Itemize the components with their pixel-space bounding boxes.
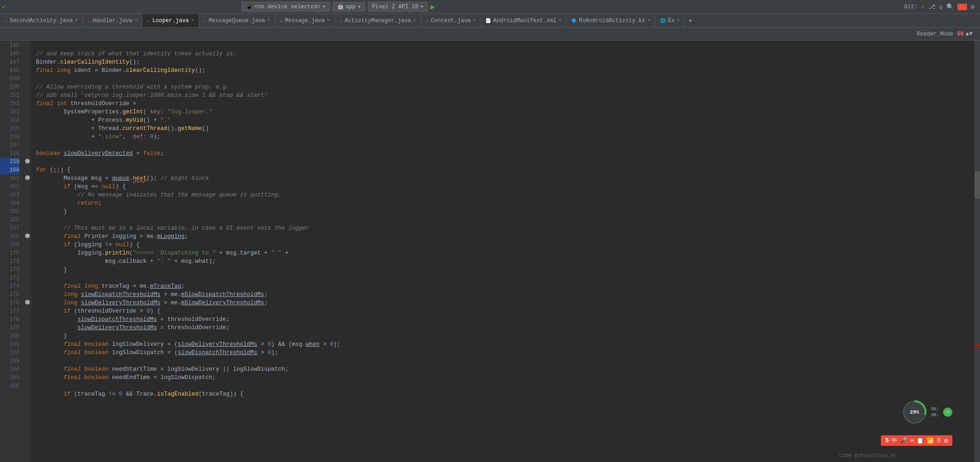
tab-label-looper: Looper.java (152, 18, 189, 24)
pixel-selector[interactable]: Pixel 2 API 28 ▾ (368, 2, 428, 12)
tab-label-second-activity: SecondActivity.java (10, 18, 73, 24)
run-button[interactable]: ▶ (431, 2, 435, 12)
tab-label-context: Context.java (431, 18, 471, 24)
tab-label-activity-manager: ActivityManager.java (345, 18, 411, 24)
tab-label-handler: Handler.java (93, 18, 132, 24)
tab-close-message[interactable]: × (327, 18, 330, 23)
top-right-toolbar: Git: ✓ ⎇ ↻ 🔍 ↑↓ ⚙ (904, 3, 978, 11)
tab-icon-looper: ☕ (147, 18, 150, 24)
ime-keyboard-icon[interactable]: ⌨ (910, 437, 914, 444)
tab-label-android-manifest: AndroidManifest.xml (493, 18, 556, 24)
ime-lang-icon: 中 (891, 437, 897, 444)
device-selector-icon: 📱 (246, 3, 253, 10)
ime-dots-icon[interactable]: ⠿ (937, 437, 941, 444)
csdn-watermark: CSDN @zhouzhihao_07 (839, 453, 897, 458)
tab-icon-message-queue: ☕ (204, 18, 207, 24)
tab-icon-android-manifest: 📄 (485, 18, 491, 24)
error-marker-bar (974, 344, 980, 346)
check-icon: ✓ (2, 3, 6, 11)
tab-icon-ex: 🌐 (660, 18, 666, 24)
tab-icon-message: ☕ (280, 18, 283, 24)
network-stats-overlay: 29% 0K↑ 0K↓ ⚡ (902, 399, 952, 425)
pixel-chevron: ▾ (420, 3, 423, 10)
tab-close-android-manifest[interactable]: × (559, 18, 561, 23)
toolbar-center: 📱 <no device selected> ▾ 🤖 app ▾ Pixel 2… (242, 2, 435, 12)
reader-mode-down-arrow[interactable]: ▼ (969, 30, 973, 37)
app-selector-label: app (346, 4, 356, 10)
network-ok-icon: ⚡ (946, 409, 949, 416)
tab-ex[interactable]: 🌐 Ex × (655, 14, 685, 28)
more-tabs-button[interactable]: ▾ (685, 17, 696, 24)
tab-close-second-activity[interactable]: × (75, 18, 78, 23)
tab-close-activity-manager[interactable]: × (413, 18, 416, 23)
scrollbar-thumb[interactable] (974, 171, 980, 199)
app-selector[interactable]: 🤖 app ▾ (333, 2, 365, 12)
app-chevron: ▾ (357, 3, 360, 10)
ime-toolbar[interactable]: S 中 🎤 ⌨ 📋 📶 ⠿ ⚙ (881, 435, 952, 446)
progress-label: 29% (910, 409, 919, 415)
ime-clipboard-icon[interactable]: 📋 (916, 437, 924, 444)
tab-label-ex: Ex (668, 18, 674, 24)
tab-label-message: Message.java (285, 18, 325, 24)
traffic-stats: 0K↑ 0K↓ (931, 407, 939, 418)
tab-icon-handler: ☕ (88, 18, 90, 24)
ime-chinese-label: S (886, 437, 889, 444)
reader-mode-bar: Reader Mode 50 ▲ ▼ (0, 28, 980, 41)
tab-handler[interactable]: ☕ Handler.java × (83, 14, 142, 28)
tab-icon-activity-manager: ☕ (340, 18, 342, 24)
pixel-label: Pixel 2 API 28 (372, 4, 419, 10)
reader-mode-label: Reader Mode (917, 31, 953, 37)
git-check-icon: ✓ (921, 3, 925, 11)
tab-close-message-queue[interactable]: × (267, 18, 270, 23)
tab-icon-rx-android: 🔷 (571, 18, 577, 24)
git-label: Git: (904, 4, 917, 10)
ime-wifi-icon[interactable]: 📶 (927, 437, 934, 444)
tab-message-queue[interactable]: ☕ MessageQueue.java × (199, 14, 275, 28)
network-indicator: ↑↓ (957, 4, 967, 10)
tab-second-activity[interactable]: ☕ SecondActivity.java × (0, 14, 83, 28)
reader-mode-count: 50 (957, 31, 963, 37)
device-selector[interactable]: 📱 <no device selected> ▾ (242, 2, 330, 12)
git-branch-icon: ⎇ (928, 3, 935, 11)
tab-icon-context: ☕ (426, 18, 429, 24)
main-layout: 145146147148 149150151152 153154155156 1… (0, 41, 980, 462)
ime-settings-icon[interactable]: ⚙ (944, 437, 948, 444)
tab-rx-android[interactable]: 🔷 RxAndroidActivity.kt × (567, 14, 655, 28)
refresh-icon[interactable]: ↻ (939, 3, 943, 11)
app-icon: 🤖 (337, 3, 344, 10)
tab-context[interactable]: ☕ Context.java × (421, 14, 481, 28)
reader-mode-up-arrow[interactable]: ▲ (965, 30, 969, 37)
code-lines[interactable]: // and keep track of what that identity … (31, 41, 980, 462)
network-status-dot: ⚡ (943, 408, 952, 417)
tab-icon-second-activity: ☕ (5, 18, 7, 24)
tab-close-rx-android[interactable]: × (648, 18, 650, 23)
tab-close-ex[interactable]: × (677, 18, 679, 23)
breakpoint-column: ⬤ ⬤ ⬤ ⬤ (23, 41, 31, 462)
tab-label-message-queue: MessageQueue.java (209, 18, 265, 24)
tab-close-looper[interactable]: × (191, 18, 194, 23)
ime-mic-icon[interactable]: 🎤 (900, 437, 907, 444)
code-editor[interactable]: 145146147148 149150151152 153154155156 1… (0, 41, 980, 462)
line-numbers: 145146147148 149150151152 153154155156 1… (0, 41, 23, 462)
scrollbar[interactable] (974, 41, 980, 462)
tab-activity-manager[interactable]: ☕ ActivityManager.java × (335, 14, 421, 28)
tab-bar: ☕ SecondActivity.java × ☕ Handler.java ×… (0, 14, 980, 28)
tab-close-context[interactable]: × (473, 18, 476, 23)
tab-label-rx-android: RxAndroidActivity.kt (579, 18, 645, 24)
settings-icon[interactable]: ⚙ (971, 3, 974, 11)
device-selector-label: <no device selected> (254, 4, 321, 10)
traffic-up: 0K↑ (931, 407, 939, 412)
search-icon[interactable]: 🔍 (946, 3, 954, 11)
device-selector-chevron: ▾ (323, 3, 326, 10)
tab-message[interactable]: ☕ Message.java × (275, 14, 335, 28)
tab-android-manifest[interactable]: 📄 AndroidManifest.xml × (481, 14, 567, 28)
progress-circle: 29% (902, 399, 927, 425)
top-bar: ✓ 📱 <no device selected> ▾ 🤖 app ▾ Pixel… (0, 0, 980, 14)
tab-looper[interactable]: ☕ Looper.java × (142, 14, 199, 28)
tab-close-handler[interactable]: × (135, 18, 137, 23)
traffic-down: 0K↓ (931, 413, 939, 418)
